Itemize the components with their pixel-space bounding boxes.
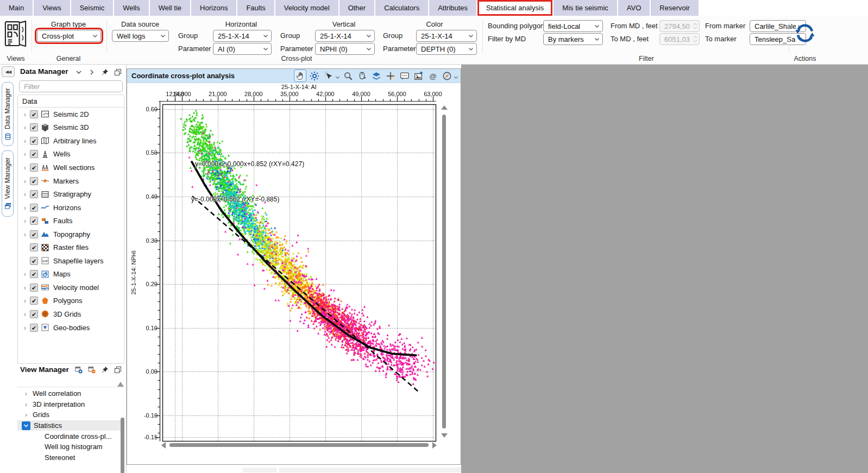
menu-tab-other[interactable]: Other (339, 0, 375, 16)
comment-icon[interactable] (398, 70, 411, 82)
expand-chevron-icon[interactable]: › (21, 163, 29, 172)
zoom-area-icon[interactable]: @ (426, 70, 439, 82)
menu-tab-faults[interactable]: Faults (237, 0, 274, 16)
chevron-right-icon[interactable] (87, 68, 96, 76)
views-layout-icon[interactable] (4, 20, 27, 48)
compass-icon[interactable] (441, 70, 453, 82)
expand-chevron-icon[interactable]: › (21, 137, 29, 145)
expand-chevron-icon[interactable]: › (21, 123, 29, 131)
checkbox[interactable]: ✔ (30, 110, 38, 118)
horizontal-group-select[interactable]: 25-1-X-14 (213, 30, 272, 42)
checkbox[interactable]: ✔ (30, 204, 38, 212)
vertical-group-select[interactable]: 25-1-X-14 (315, 30, 375, 42)
scroll-up-arrow[interactable] (117, 382, 124, 387)
window-title-bar[interactable]: Coordinate cross-plot analysis @ (127, 69, 461, 83)
checkbox[interactable]: ✔ (30, 243, 38, 251)
scroll-down-arrow[interactable] (441, 433, 448, 438)
checkbox[interactable]: ✔ (30, 283, 38, 292)
checkbox[interactable]: ✔ (30, 324, 38, 332)
pin-icon[interactable] (100, 68, 109, 76)
checkbox[interactable]: ✔ (30, 310, 38, 318)
expand-chevron-icon[interactable]: › (21, 270, 29, 278)
menu-tab-statistical-analysis[interactable]: Statistical analysis (477, 0, 552, 16)
popout-icon[interactable] (114, 365, 122, 374)
tracking-cursor-icon[interactable] (384, 70, 397, 82)
checkbox[interactable]: ✔ (30, 297, 38, 305)
expand-chevron-icon[interactable]: › (21, 190, 29, 198)
tree-item[interactable]: ›✔3D Grids (18, 307, 124, 321)
region-select-icon[interactable] (322, 70, 335, 82)
scrollbar-thumb[interactable] (169, 443, 429, 447)
tree-item[interactable]: ›✔Stratigraphy (18, 187, 124, 201)
menu-tab-attributes[interactable]: Attributes (429, 0, 476, 16)
checkbox[interactable]: ✔ (30, 217, 38, 225)
tree-item[interactable]: ›✔Seismic 2D (18, 108, 124, 121)
expand-chevron-icon[interactable]: › (22, 411, 30, 419)
checkbox[interactable]: ✔ (30, 257, 38, 265)
settings-icon[interactable] (308, 70, 320, 82)
menu-tab-avo[interactable]: AVO (618, 0, 650, 16)
refresh-button[interactable] (794, 22, 816, 44)
remove-view-icon[interactable] (87, 365, 96, 374)
scroll-right-arrow[interactable] (432, 442, 437, 449)
expand-chevron-icon[interactable]: › (21, 283, 29, 292)
menu-tab-calculators[interactable]: Calculators (375, 0, 428, 16)
expanded-chevron-icon[interactable] (22, 421, 30, 430)
horizontal-parameter-select[interactable]: AI (0) (213, 43, 272, 55)
tree-item[interactable]: ›✔Seismic 3D (18, 121, 124, 135)
expand-chevron-icon[interactable]: › (21, 324, 29, 332)
expand-chevron-icon[interactable]: › (22, 389, 30, 398)
view-manager-item[interactable]: ›3D interpretation (17, 399, 124, 410)
pan-tool-icon[interactable] (294, 70, 306, 82)
menu-tab-mis-tie-seismic[interactable]: Mis tie seismic (553, 0, 617, 16)
tree-item[interactable]: ✔SHPShapefile layers (18, 254, 124, 268)
scroll-left-arrow[interactable] (161, 442, 166, 449)
pick-icon[interactable] (356, 70, 368, 82)
zoom-icon[interactable] (342, 70, 354, 82)
layers-icon[interactable] (370, 70, 382, 82)
menu-tab-well-tie[interactable]: Well tie (150, 0, 190, 16)
bounding-polygon-select[interactable]: field-Local (543, 20, 603, 32)
tree-item[interactable]: ›✔Topography (18, 228, 124, 241)
tree-item[interactable]: ›✔Geo-bodies (18, 321, 124, 335)
side-tab-data-manager[interactable]: Data Manager (2, 82, 14, 146)
checkbox[interactable]: ✔ (30, 230, 38, 238)
export-image-icon[interactable] (412, 70, 425, 82)
tree-item[interactable]: ›✔Markers (18, 174, 124, 188)
vertical-parameter-select[interactable]: NPHI (0) (315, 43, 375, 55)
checkbox[interactable]: ✔ (30, 270, 38, 278)
view-manager-item[interactable]: ›Grids (17, 409, 124, 420)
menu-tab-velocity-model[interactable]: Velocity model (275, 0, 338, 16)
collapse-panel-button[interactable]: ◀◀ (2, 66, 15, 77)
tree-item[interactable]: ›✔Polygons (18, 294, 124, 308)
tree-item[interactable]: ›✔Faults (18, 214, 124, 228)
chevron-down-icon[interactable] (335, 73, 340, 78)
expand-chevron-icon[interactable]: › (21, 297, 29, 305)
graph-type-select[interactable]: Cross-plot (37, 30, 101, 42)
menu-tab-views[interactable]: Views (34, 0, 70, 16)
data-source-select[interactable]: Well logs (112, 30, 169, 42)
menu-tab-horizons[interactable]: Horizons (191, 0, 236, 16)
tree-item[interactable]: ›✔Velocity model (18, 281, 124, 294)
checkbox[interactable]: ✔ (30, 137, 38, 145)
expand-chevron-icon[interactable]: › (21, 310, 29, 318)
expand-chevron-icon[interactable]: › (22, 400, 30, 408)
side-tab-view-manager[interactable]: View Manager (2, 150, 14, 217)
checkbox[interactable]: ✔ (30, 150, 38, 158)
menu-tab-seismic[interactable]: Seismic (71, 0, 114, 16)
menu-tab-main[interactable]: Main (0, 0, 33, 16)
checkbox[interactable]: ✔ (30, 190, 38, 198)
color-group-select[interactable]: 25-1-X-14 (416, 30, 477, 42)
menu-tab-reservoir[interactable]: Reservoir (651, 0, 699, 16)
expand-chevron-icon[interactable]: › (21, 217, 29, 225)
vertical-scrollbar[interactable] (441, 104, 448, 441)
tree-item[interactable]: ›✔Horizons (18, 201, 124, 215)
scrollbar-thumb[interactable] (121, 418, 124, 473)
horizontal-scrollbar[interactable] (161, 442, 437, 449)
data-manager-filter-input[interactable] (19, 80, 123, 92)
scroll-up-arrow[interactable] (441, 105, 448, 110)
color-parameter-select[interactable]: DEPTH (0) (416, 43, 477, 55)
popout-icon[interactable] (114, 68, 122, 76)
view-manager-item[interactable]: Stereonet (17, 452, 124, 463)
tree-item[interactable]: ›✔Wells (18, 148, 124, 161)
